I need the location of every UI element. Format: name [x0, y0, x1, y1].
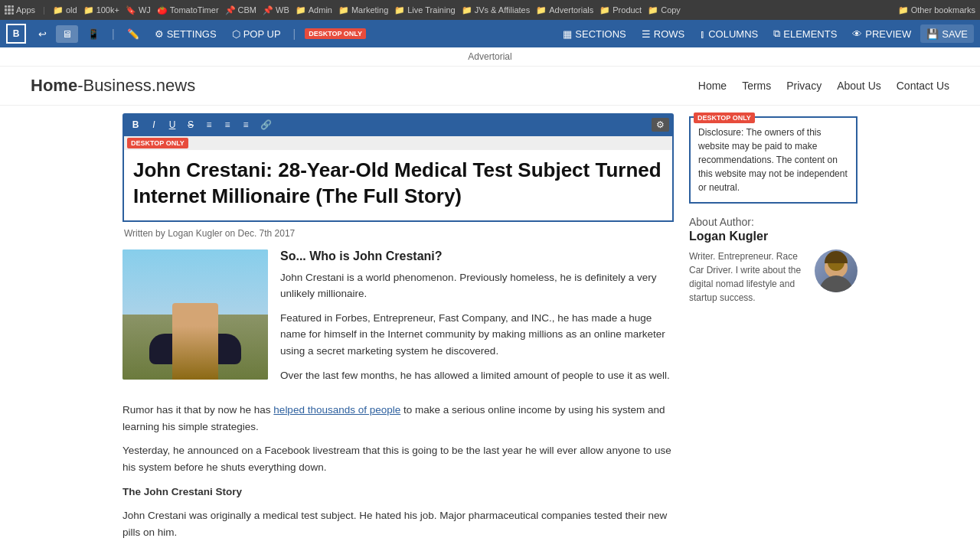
bookmark-jvs[interactable]: 📁 JVs & Affiliates [462, 5, 531, 15]
article-title-box[interactable]: John Crestani: 28-Year-Old Medical Test … [122, 150, 674, 222]
author-bio: Writer. Entrepreneur. Race Car Driver. I… [689, 249, 807, 305]
editor-toolbar: B ↩ 🖥 📱 | ✏️ ⚙ SETTINGS ⬡ POP UP | DESKT… [0, 20, 980, 47]
apps-button[interactable]: Apps [5, 5, 35, 15]
article-meta: Written by Logan Kugler on Dec. 7th 2017 [122, 228, 674, 239]
pencil-icon: ✏️ [127, 28, 139, 40]
disclosure-desktop-badge: DESKTOP ONLY [694, 110, 755, 123]
mobile-icon: 📱 [87, 28, 100, 40]
apps-label[interactable]: Apps [16, 5, 35, 15]
site-nav: Home Terms Privacy About Us Contact Us [698, 80, 949, 92]
back-button[interactable]: ↩ [32, 25, 53, 43]
avatar-body [819, 276, 853, 292]
bookmark-100k[interactable]: 📁 100k+ [83, 5, 119, 15]
article-para-5: Yesterday, he announced on a Facebook li… [122, 442, 674, 475]
strikethrough-button[interactable]: S [182, 116, 199, 133]
article-para-3: Over the last few months, he has allowed… [280, 367, 674, 384]
page-wrapper: Advertorial Home-Business.news Home Term… [0, 47, 980, 551]
author-name: Logan Kugler [689, 230, 858, 243]
article-title: John Crestani: 28-Year-Old Medical Test … [133, 158, 663, 210]
settings-button[interactable]: ⚙ SETTINGS [149, 25, 223, 43]
site-header: Home-Business.news Home Terms Privacy Ab… [0, 67, 980, 106]
bookmark-tomato[interactable]: 🍅 TomatoTimer [157, 5, 219, 15]
sections-button[interactable]: ▦ SECTIONS [557, 24, 632, 43]
toolbar-sep-1: | [112, 28, 115, 40]
link-button[interactable]: 🔗 [256, 116, 276, 133]
toolbar-sep-2: | [293, 28, 296, 40]
site-logo: Home-Business.news [31, 76, 195, 96]
desktop-view-button[interactable]: 🖥 [56, 25, 78, 43]
nav-home[interactable]: Home [698, 80, 727, 92]
settings-icon: ⚙ [155, 28, 164, 40]
bookmark-product[interactable]: 📁 Product [599, 5, 642, 15]
helped-thousands-link[interactable]: helped thousands of people [273, 404, 400, 416]
text-format-toolbar: B I U S ≡ ≡ ≡ 🔗 ⚙ [122, 113, 674, 136]
article-text-column: So... Who is John Crestani? John Crestan… [280, 249, 674, 392]
article-desktop-badge: DESKTOP ONLY [127, 138, 188, 148]
gear-button[interactable]: ⚙ [652, 118, 669, 132]
bookmark-wb[interactable]: 📌 WB [263, 5, 289, 15]
author-row: Writer. Entrepreneur. Race Car Driver. I… [689, 249, 858, 305]
advertorial-text: Advertorial [468, 51, 511, 62]
bold-button[interactable]: B [127, 116, 144, 133]
section-heading: The John Crestani Story [122, 484, 674, 500]
desktop-only-indicator: DESKTOP ONLY [302, 27, 369, 41]
rows-button[interactable]: ☰ ROWS [635, 24, 691, 43]
rows-icon: ☰ [642, 28, 651, 40]
sidebar: DESKTOP ONLY Disclosure: The owners of t… [689, 113, 858, 548]
elements-icon: ⧉ [773, 28, 780, 40]
align-right-button[interactable]: ≡ [237, 116, 254, 133]
article-para-1: John Crestani is a world phenomenon. Pre… [280, 269, 674, 302]
italic-button[interactable]: I [145, 116, 162, 133]
save-button[interactable]: 💾 SAVE [920, 24, 974, 43]
nav-terms[interactable]: Terms [742, 80, 771, 92]
bookmark-marketing[interactable]: 📁 Marketing [338, 5, 388, 15]
bookmark-livetraining[interactable]: 📁 Live Training [394, 5, 455, 15]
popup-button[interactable]: ⬡ POP UP [226, 25, 287, 43]
sections-icon: ▦ [563, 28, 572, 40]
bookmark-copy[interactable]: 📁 Copy [648, 5, 681, 15]
desktop-only-badge: DESKTOP ONLY [305, 28, 366, 39]
article-para-4: Rumor has it that by now he has helped t… [122, 402, 674, 435]
bookmark-sep-1: | [43, 5, 45, 15]
bookmark-wj[interactable]: 🔖 WJ [126, 5, 151, 15]
bookmark-admin[interactable]: 📁 Admin [296, 5, 332, 15]
bookmark-old[interactable]: 📁 old [53, 5, 77, 15]
article-full-width: Rumor has it that by now he has helped t… [122, 402, 674, 540]
desktop-icon: 🖥 [62, 28, 72, 40]
avatar [815, 249, 858, 292]
disclosure-text: Disclosure: The owners of this website m… [698, 126, 848, 194]
align-left-button[interactable]: ≡ [201, 116, 217, 133]
align-center-button[interactable]: ≡ [219, 116, 236, 133]
browser-bookmark-bar: Apps | 📁 old 📁 100k+ 🔖 WJ 🍅 TomatoTimer … [0, 0, 980, 20]
pencil-button[interactable]: ✏️ [121, 25, 145, 43]
person-figure [172, 303, 218, 380]
bookmark-cbm[interactable]: 📌 CBM [225, 5, 256, 15]
article-para-2: Featured in Forbes, Entrepreneur, Fast C… [280, 310, 674, 360]
who-is-heading: So... Who is John Crestani? [280, 249, 674, 263]
columns-button[interactable]: ⫿ COLUMNS [694, 24, 764, 43]
elements-button[interactable]: ⧉ ELEMENTS [767, 24, 843, 43]
article-title-container: DESKTOP ONLY John Crestani: 28-Year-Old … [122, 136, 674, 222]
save-icon: 💾 [926, 28, 939, 40]
underline-button[interactable]: U [164, 116, 181, 133]
right-toolbar-tools: ▦ SECTIONS ☰ ROWS ⫿ COLUMNS ⧉ ELEMENTS 👁… [557, 24, 974, 43]
preview-icon: 👁 [852, 28, 862, 40]
editor-logo: B [6, 24, 26, 44]
about-author-section: About Author: Logan Kugler Writer. Entre… [689, 216, 858, 305]
article-image [122, 249, 268, 380]
back-icon: ↩ [38, 28, 47, 40]
mobile-view-button[interactable]: 📱 [81, 25, 106, 43]
nav-about[interactable]: About Us [837, 80, 881, 92]
main-content: B I U S ≡ ≡ ≡ 🔗 ⚙ DESKTOP ONLY John Cres… [107, 106, 873, 551]
other-bookmarks[interactable]: 📁 Other bookmarks [898, 5, 975, 15]
article-area: B I U S ≡ ≡ ≡ 🔗 ⚙ DESKTOP ONLY John Cres… [122, 113, 674, 548]
advertorial-bar: Advertorial [0, 47, 980, 67]
about-author-title: About Author: [689, 216, 858, 228]
bookmark-advertorials[interactable]: 📁 Advertorials [536, 5, 593, 15]
nav-privacy[interactable]: Privacy [786, 80, 822, 92]
disclosure-box: DESKTOP ONLY Disclosure: The owners of t… [689, 116, 858, 204]
columns-icon: ⫿ [700, 28, 705, 40]
nav-contact[interactable]: Contact Us [897, 80, 949, 92]
section-para: John Crestani was originally a medical t… [122, 507, 674, 540]
preview-button[interactable]: 👁 PREVIEW [846, 24, 917, 43]
